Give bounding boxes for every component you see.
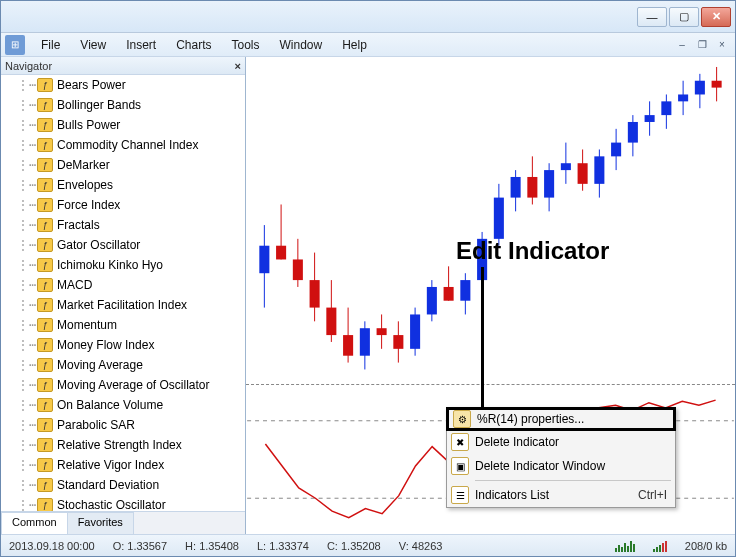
mdi-buttons: – ❐ × [671, 37, 731, 53]
navigator-item[interactable]: ⋮⋯ƒMarket Facilitation Index [1, 295, 245, 315]
tree-line-icon: ⋮⋯ [17, 338, 33, 352]
tree-line-icon: ⋮⋯ [17, 138, 33, 152]
tree-line-icon: ⋮⋯ [17, 458, 33, 472]
navigator-item-label: Moving Average [57, 358, 143, 372]
navigator-item[interactable]: ⋮⋯ƒRelative Strength Index [1, 435, 245, 455]
delete-indicator-icon: ✖ [451, 433, 469, 451]
indicator-f-icon: ƒ [37, 278, 53, 292]
navigator-item[interactable]: ⋮⋯ƒGator Oscillator [1, 235, 245, 255]
maximize-button[interactable]: ▢ [669, 7, 699, 27]
navigator-item[interactable]: ⋮⋯ƒBollinger Bands [1, 95, 245, 115]
tree-line-icon: ⋮⋯ [17, 358, 33, 372]
tree-line-icon: ⋮⋯ [17, 258, 33, 272]
tree-line-icon: ⋮⋯ [17, 218, 33, 232]
navigator-item[interactable]: ⋮⋯ƒRelative Vigor Index [1, 455, 245, 475]
tree-line-icon: ⋮⋯ [17, 178, 33, 192]
navigator-item[interactable]: ⋮⋯ƒStandard Deviation [1, 475, 245, 495]
menu-view[interactable]: View [70, 35, 116, 55]
navigator-item[interactable]: ⋮⋯ƒOn Balance Volume [1, 395, 245, 415]
price-chart[interactable] [246, 57, 735, 386]
navigator-item[interactable]: ⋮⋯ƒParabolic SAR [1, 415, 245, 435]
svg-rect-9 [326, 308, 336, 335]
ctx-properties[interactable]: ⚙ %R(14) properties... [446, 407, 676, 431]
indicator-f-icon: ƒ [37, 378, 53, 392]
chart-area[interactable]: Edit Indicator ⚙ %R(14) properties... ✖ … [246, 57, 735, 534]
navigator-item[interactable]: ⋮⋯ƒMoving Average of Oscillator [1, 375, 245, 395]
navigator-item[interactable]: ⋮⋯ƒStochastic Oscillator [1, 495, 245, 512]
ctx-delete-indicator-label: Delete Indicator [475, 435, 559, 449]
navigator-item-label: Relative Strength Index [57, 438, 182, 452]
navigator-item[interactable]: ⋮⋯ƒBulls Power [1, 115, 245, 135]
tree-line-icon: ⋮⋯ [17, 118, 33, 132]
titlebar: — ▢ ✕ [1, 1, 735, 33]
ctx-delete-indicator[interactable]: ✖ Delete Indicator [447, 430, 675, 454]
navigator-item[interactable]: ⋮⋯ƒMoney Flow Index [1, 335, 245, 355]
svg-rect-35 [544, 170, 554, 197]
navigator-item[interactable]: ⋮⋯ƒFractals [1, 215, 245, 235]
mdi-restore[interactable]: ❐ [693, 37, 711, 53]
volume-bars-icon [615, 540, 635, 552]
menu-charts[interactable]: Charts [166, 35, 221, 55]
navigator-item-label: Fractals [57, 218, 100, 232]
navigator-item-label: On Balance Volume [57, 398, 163, 412]
properties-icon: ⚙ [453, 410, 471, 428]
tab-favorites[interactable]: Favorites [67, 512, 134, 534]
content: Navigator × ⋮⋯ƒBears Power⋮⋯ƒBollinger B… [1, 57, 735, 534]
navigator-item[interactable]: ⋮⋯ƒMomentum [1, 315, 245, 335]
indicator-f-icon: ƒ [37, 478, 53, 492]
navigator-item[interactable]: ⋮⋯ƒCommodity Channel Index [1, 135, 245, 155]
menu-help[interactable]: Help [332, 35, 377, 55]
navigator-item-label: Market Facilitation Index [57, 298, 187, 312]
status-low: L: 1.33374 [257, 540, 309, 552]
indicator-f-icon: ƒ [37, 178, 53, 192]
ctx-delete-window[interactable]: ▣ Delete Indicator Window [447, 454, 675, 478]
navigator-item[interactable]: ⋮⋯ƒForce Index [1, 195, 245, 215]
navigator-item-label: Bulls Power [57, 118, 120, 132]
svg-rect-21 [427, 287, 437, 314]
navigator-item-label: Money Flow Index [57, 338, 154, 352]
tree-line-icon: ⋮⋯ [17, 198, 33, 212]
svg-rect-15 [377, 328, 387, 335]
indicator-f-icon: ƒ [37, 458, 53, 472]
indicator-f-icon: ƒ [37, 198, 53, 212]
mdi-close[interactable]: × [713, 37, 731, 53]
svg-rect-51 [678, 94, 688, 101]
indicator-f-icon: ƒ [37, 118, 53, 132]
indicator-f-icon: ƒ [37, 358, 53, 372]
indicator-f-icon: ƒ [37, 298, 53, 312]
indicator-f-icon: ƒ [37, 258, 53, 272]
navigator-item[interactable]: ⋮⋯ƒMoving Average [1, 355, 245, 375]
navigator-list[interactable]: ⋮⋯ƒBears Power⋮⋯ƒBollinger Bands⋮⋯ƒBulls… [1, 75, 245, 512]
status-volume: V: 48263 [399, 540, 443, 552]
navigator-item[interactable]: ⋮⋯ƒMACD [1, 275, 245, 295]
svg-rect-45 [628, 122, 638, 143]
svg-rect-3 [276, 246, 286, 260]
menu-file[interactable]: File [31, 35, 70, 55]
navigator-item[interactable]: ⋮⋯ƒBears Power [1, 75, 245, 95]
menu-tools[interactable]: Tools [222, 35, 270, 55]
navigator-item-label: Relative Vigor Index [57, 458, 164, 472]
svg-rect-5 [293, 259, 303, 280]
navigator-item[interactable]: ⋮⋯ƒEnvelopes [1, 175, 245, 195]
tab-common[interactable]: Common [1, 512, 68, 534]
tree-line-icon: ⋮⋯ [17, 238, 33, 252]
navigator-item-label: Stochastic Oscillator [57, 498, 166, 512]
navigator-item[interactable]: ⋮⋯ƒDeMarker [1, 155, 245, 175]
tree-line-icon: ⋮⋯ [17, 438, 33, 452]
close-button[interactable]: ✕ [701, 7, 731, 27]
svg-rect-17 [393, 335, 403, 349]
svg-rect-53 [695, 81, 705, 95]
mdi-minimize[interactable]: – [673, 37, 691, 53]
minimize-button[interactable]: — [637, 7, 667, 27]
ctx-indicators-list[interactable]: ☰ Indicators List Ctrl+I [447, 483, 675, 507]
svg-rect-41 [594, 156, 604, 183]
indicator-f-icon: ƒ [37, 498, 53, 512]
ctx-properties-label: %R(14) properties... [477, 412, 584, 426]
menu-window[interactable]: Window [270, 35, 333, 55]
tree-line-icon: ⋮⋯ [17, 398, 33, 412]
menu-insert[interactable]: Insert [116, 35, 166, 55]
navigator-close-icon[interactable]: × [235, 60, 241, 72]
navigator-item[interactable]: ⋮⋯ƒIchimoku Kinko Hyo [1, 255, 245, 275]
tree-line-icon: ⋮⋯ [17, 478, 33, 492]
navigator-header: Navigator × [1, 57, 245, 75]
